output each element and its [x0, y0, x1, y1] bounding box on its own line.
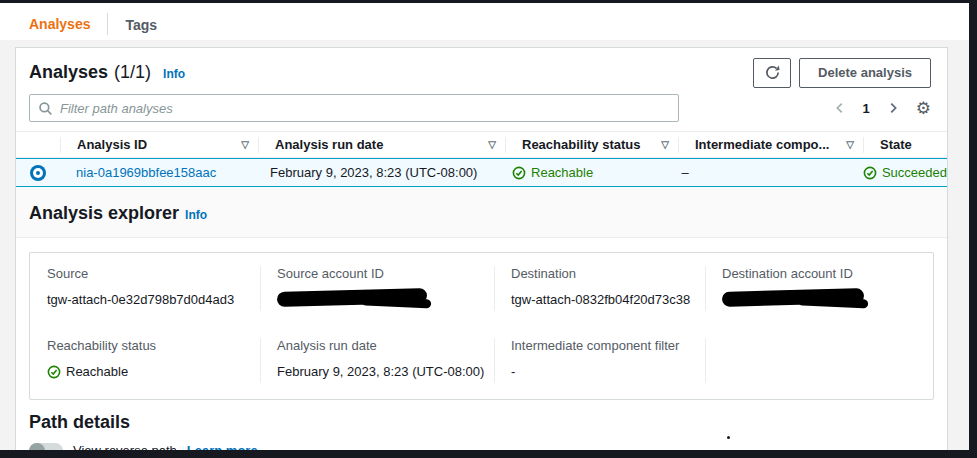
run-date-cell: February 9, 2023, 8:23 (UTC-08:00): [254, 165, 496, 180]
explorer-detail-card: Source tgw-attach-0e32d798b7d0d4ad3 Sour…: [29, 252, 934, 400]
empty-field: [705, 338, 933, 383]
table-row[interactable]: nia-0a1969bbfee158aac February 9, 2023, …: [16, 158, 947, 187]
analysis-explorer-header: Analysis explorer Info: [16, 187, 947, 238]
destination-field: Destination tgw-attach-0832fb04f20d73c38: [494, 266, 705, 311]
refresh-button[interactable]: [753, 58, 791, 88]
source-field: Source tgw-attach-0e32d798b7d0d4ad3: [30, 266, 260, 311]
sort-icon[interactable]: ▽: [846, 139, 854, 150]
column-label: State: [880, 137, 912, 152]
analysis-id-link[interactable]: nia-0a1969bbfee158aac: [76, 165, 216, 180]
screenshot-border-bottom: [0, 450, 977, 458]
row-radio-selected[interactable]: [30, 165, 46, 181]
dot-artifact: [727, 436, 730, 439]
delete-analysis-button[interactable]: Delete analysis: [799, 58, 931, 88]
column-header-analysis-id[interactable]: Analysis ID ▽: [61, 132, 259, 157]
destination-value: tgw-attach-0832fb04f20d73c38: [511, 290, 705, 311]
analyses-info-link[interactable]: Info: [163, 67, 185, 81]
explorer-info-link[interactable]: Info: [185, 208, 207, 222]
check-circle-icon: [512, 166, 526, 180]
reachability-cell: Reachable: [496, 165, 666, 180]
reachability-status-field: Reachability status Reachable: [30, 338, 260, 383]
destination-label: Destination: [511, 266, 705, 281]
state-cell: Succeeded: [847, 165, 947, 180]
tab-analyses[interactable]: Analyses: [12, 10, 107, 44]
intermediate-filter-label: Intermediate component filter: [511, 338, 705, 353]
source-account-label: Source account ID: [277, 266, 494, 281]
current-page-number[interactable]: 1: [863, 101, 870, 116]
source-value: tgw-attach-0e32d798b7d0d4ad3: [47, 290, 259, 311]
next-page-icon[interactable]: [886, 101, 900, 115]
reachability-status-value: Reachable: [66, 362, 128, 383]
run-date-value: February 9, 2023, 8:23 (UTC-08:00): [277, 362, 489, 383]
table-tools-row: 1 ⚙: [16, 88, 947, 122]
state-status-text: Succeeded: [882, 165, 947, 180]
source-label: Source: [47, 266, 260, 281]
table-header-row: Analysis ID ▽ Analysis run date ▽ Reacha…: [16, 131, 947, 158]
check-circle-icon: [863, 166, 877, 180]
source-account-field: Source account ID: [260, 266, 494, 311]
analyses-table: Analysis ID ▽ Analysis run date ▽ Reacha…: [16, 131, 947, 187]
column-header-state[interactable]: State: [864, 132, 947, 157]
destination-account-label: Destination account ID: [722, 266, 933, 281]
redacted-value: [277, 288, 427, 307]
search-icon: [38, 101, 53, 120]
column-label: Intermediate compo...: [695, 137, 829, 152]
refresh-icon: [764, 64, 781, 81]
previous-page-icon[interactable]: [833, 101, 847, 115]
panel-title: Analyses: [29, 62, 108, 83]
reachability-status-text: Reachable: [531, 165, 593, 180]
column-header-run-date[interactable]: Analysis run date ▽: [259, 132, 506, 157]
intermediate-cell: –: [666, 165, 847, 180]
column-header-reachability[interactable]: Reachability status ▽: [506, 132, 679, 157]
sort-icon[interactable]: ▽: [661, 139, 669, 150]
column-label: Analysis run date: [275, 137, 383, 152]
analysis-id-cell: nia-0a1969bbfee158aac: [60, 165, 254, 180]
screenshot-border-right: [969, 0, 977, 458]
filter-analyses-input[interactable]: [29, 94, 679, 122]
path-details-title: Path details: [16, 400, 947, 433]
page-background: Analyses (1/1) Info Delete analysis: [0, 40, 969, 450]
selection-column-header: [16, 132, 61, 157]
redacted-value: [722, 288, 864, 307]
panel-header: Analyses (1/1) Info Delete analysis: [16, 48, 947, 88]
pagination: 1 ⚙: [833, 100, 931, 117]
screenshot-border-top: [0, 0, 977, 3]
intermediate-filter-field: Intermediate component filter -: [494, 338, 705, 383]
run-date-field: Analysis run date February 9, 2023, 8:23…: [260, 338, 494, 383]
sort-icon[interactable]: ▽: [241, 139, 249, 150]
column-header-intermediate[interactable]: Intermediate compo... ▽: [679, 132, 864, 157]
analysis-explorer-title: Analysis explorer: [29, 203, 179, 224]
run-date-label: Analysis run date: [277, 338, 494, 353]
sort-icon[interactable]: ▽: [488, 139, 496, 150]
analyses-panel: Analyses (1/1) Info Delete analysis: [15, 47, 948, 458]
reachability-status-label: Reachability status: [47, 338, 260, 353]
preferences-gear-icon[interactable]: ⚙: [916, 100, 931, 117]
column-label: Analysis ID: [77, 137, 147, 152]
column-label: Reachability status: [522, 137, 641, 152]
tab-tags[interactable]: Tags: [108, 11, 174, 42]
intermediate-filter-value: -: [511, 362, 705, 383]
tab-bar: Analyses Tags: [0, 0, 969, 43]
analysis-explorer-body: Source tgw-attach-0e32d798b7d0d4ad3 Sour…: [16, 238, 947, 400]
check-circle-icon: [47, 365, 61, 379]
panel-count: (1/1): [114, 62, 151, 83]
destination-account-field: Destination account ID: [705, 266, 933, 311]
row-select-cell: [16, 165, 60, 181]
